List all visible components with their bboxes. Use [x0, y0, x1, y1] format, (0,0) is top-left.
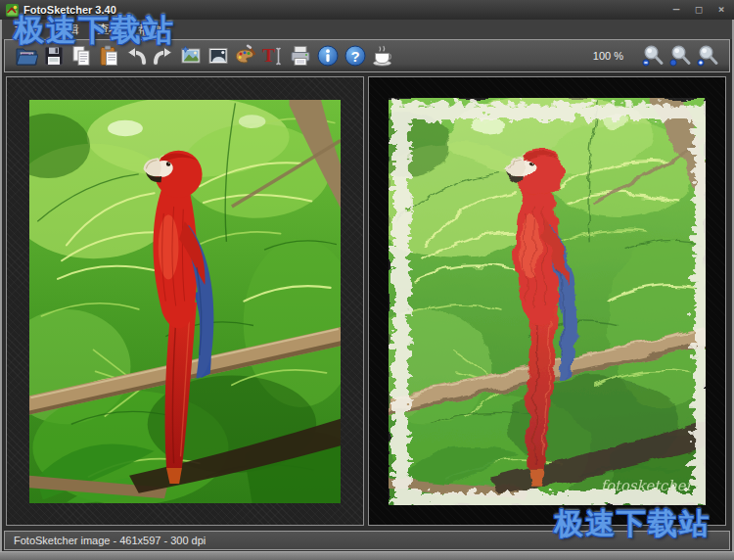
drawing-parameters-button[interactable]	[177, 42, 205, 70]
svg-text:?: ?	[350, 48, 359, 65]
about-button[interactable]	[314, 42, 342, 70]
open-image-icon	[15, 44, 38, 68]
open-image-button[interactable]	[13, 42, 40, 70]
print-icon	[289, 44, 312, 68]
painted-signature: fotosketcher	[601, 477, 695, 493]
zoom-actual-icon	[668, 44, 692, 68]
undo-button[interactable]	[122, 42, 150, 70]
add-text-button[interactable]: T	[259, 42, 287, 70]
window-title: FotoSketcher 3.40	[23, 4, 116, 16]
menu-item-view[interactable]: 查看	[88, 20, 129, 40]
menu-item-edit[interactable]: 编辑	[47, 20, 88, 40]
fotosketcher-window: FotoSketcher 3.40 – □ × 文件 编辑 查看 帮助	[0, 0, 734, 560]
menu-item-file[interactable]: 文件	[6, 20, 47, 40]
add-text-icon: T	[261, 44, 285, 68]
painted-parrot-image: fotosketcher	[389, 98, 706, 505]
help-icon: ?	[344, 44, 367, 68]
coffee-cup-icon	[371, 44, 394, 68]
window-frame-bottom	[0, 551, 734, 560]
status-text: FotoSketcher image - 461x597 - 300 dpi	[14, 535, 206, 546]
paint-palette-icon	[234, 44, 257, 68]
title-bar: FotoSketcher 3.40 – □ ×	[0, 0, 734, 20]
copy-icon	[69, 44, 93, 68]
status-bar: FotoSketcher image - 461x597 - 300 dpi	[4, 531, 730, 550]
toolbar: T	[4, 39, 730, 72]
zoom-in-icon	[696, 44, 719, 68]
image-effects-button[interactable]	[205, 42, 232, 70]
donate-coffee-button[interactable]	[369, 42, 396, 70]
maximize-button[interactable]: □	[692, 3, 706, 17]
panel-original-image	[6, 76, 364, 526]
zoom-out-icon	[641, 44, 665, 68]
zoom-out-button[interactable]	[639, 42, 666, 70]
save-image-button[interactable]	[40, 42, 68, 70]
help-button[interactable]: ?	[342, 42, 369, 70]
app-icon[interactable]	[6, 4, 19, 17]
menu-item-help[interactable]: 帮助	[129, 20, 170, 40]
zoom-level-label: 100 %	[593, 50, 623, 62]
redo-icon	[152, 44, 175, 68]
paste-button[interactable]	[95, 42, 122, 70]
window-frame-left	[0, 20, 2, 560]
print-button[interactable]	[287, 42, 314, 70]
drawing-parameters-icon	[179, 44, 203, 68]
svg-text:T: T	[262, 45, 275, 66]
close-button[interactable]: ×	[714, 3, 728, 17]
panel-painted-image: fotosketcher	[368, 76, 726, 526]
image-effects-icon	[206, 44, 230, 68]
minimize-button[interactable]: –	[669, 3, 683, 17]
zoom-in-button[interactable]	[694, 42, 721, 70]
paste-icon	[97, 44, 120, 68]
menu-bar: 文件 编辑 查看 帮助	[2, 20, 732, 39]
copy-button[interactable]	[68, 42, 95, 70]
zoom-actual-button[interactable]	[666, 42, 694, 70]
redo-button[interactable]	[150, 42, 177, 70]
about-info-icon	[316, 44, 340, 68]
main-area: fotosketcher	[2, 73, 732, 551]
save-image-icon	[42, 44, 66, 68]
undo-icon	[124, 44, 148, 68]
original-parrot-photo	[29, 100, 341, 503]
paint-palette-button[interactable]	[232, 42, 259, 70]
